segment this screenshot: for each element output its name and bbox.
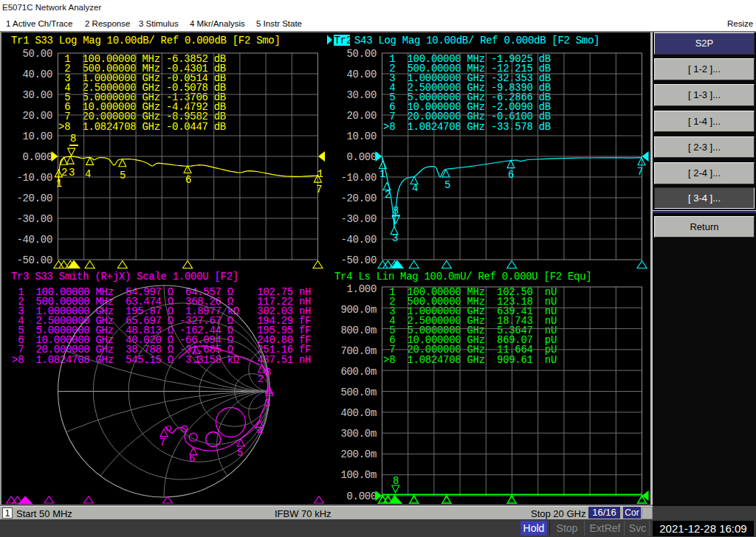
svg-text:8: 8 [393,475,399,487]
svg-text:1: 1 [317,168,323,180]
svg-text:4: 4 [412,182,418,194]
svg-text:2: 2 [61,167,67,179]
svg-text:4: 4 [257,426,263,437]
svg-text:1: 1 [379,168,385,180]
svg-text:8: 8 [265,367,271,378]
svg-text:5: 5 [120,170,126,181]
svg-text:1: 1 [194,354,200,366]
svg-text:2: 2 [385,189,391,201]
svg-text:6: 6 [508,169,514,181]
svg-text:5: 5 [444,179,450,191]
svg-text:7: 7 [316,184,322,195]
svg-text:5: 5 [237,447,243,459]
svg-text:3: 3 [69,167,75,179]
svg-text:6: 6 [185,174,191,186]
svg-text:8: 8 [70,133,76,145]
svg-text:3: 3 [264,398,270,409]
svg-text:4: 4 [85,168,91,180]
svg-text:2: 2 [258,373,264,385]
svg-text:3: 3 [392,232,398,244]
svg-text:7: 7 [637,166,643,178]
svg-text:1: 1 [56,178,62,190]
svg-text:6: 6 [189,453,195,465]
svg-text:7: 7 [159,437,165,448]
